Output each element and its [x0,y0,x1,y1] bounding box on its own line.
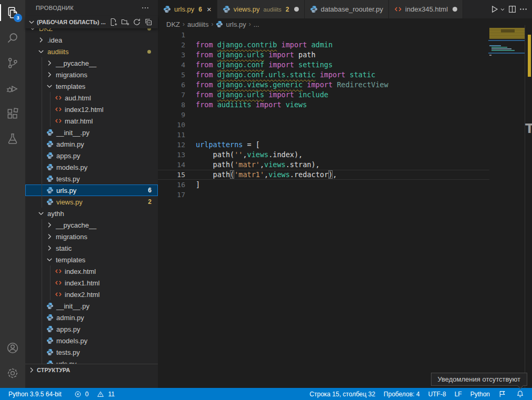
outline-section-header[interactable]: СТРУКТУРА [25,364,158,376]
tree-item-aythh[interactable]: aythh [25,208,158,219]
activity-bar-item-extensions[interactable] [0,101,25,126]
tree-item-matr-html[interactable]: matr.html [25,115,158,127]
tree-item-urls-py[interactable]: urls.py6 [25,184,158,196]
tree-item-tests-py[interactable]: tests.py [25,346,158,358]
code-token: 'matr' [234,160,260,169]
tree-item-views-py[interactable]: views.py2 [25,196,158,208]
more-actions-icon[interactable] [519,5,528,14]
code-line-6[interactable]: 6from django.views.generic import Redire… [158,80,489,90]
bell-icon[interactable] [512,388,530,400]
tree-item-apps-py[interactable]: apps.py [25,150,158,161]
refresh-icon[interactable] [132,17,142,27]
close-icon[interactable]: × [207,5,212,13]
new-file-icon[interactable] [108,17,119,27]
tree-item-templates[interactable]: templates [25,254,158,265]
tree-item-tests-py[interactable]: tests.py [25,173,158,184]
code-line-13[interactable]: 13 path('',views.index), [158,150,489,160]
code-line-7[interactable]: 7from django.urls import include [158,90,489,100]
line-content: from audiiits import views [196,100,307,110]
language-mode[interactable]: Python [466,388,494,400]
tree-item-index12-html[interactable]: index12.html [25,104,158,115]
tree-item-audiiits[interactable]: audiiits [25,46,158,57]
tree-item-admin-py[interactable]: admin.py [25,312,158,323]
python-interpreter[interactable]: Python 3.9.5 64-bit [4,388,66,400]
tab-views-py[interactable]: views.pyaudiiits2 [217,0,305,18]
tab-index345-html[interactable]: index345.html [389,0,463,18]
tree-item-models-py[interactable]: models.py [25,335,158,346]
tree-item-dkz[interactable]: DKZ [25,28,158,34]
tree-item-models-py[interactable]: models.py [25,161,158,173]
tree-item-label: views.py [56,198,83,206]
modified-dot-icon[interactable] [453,7,457,12]
code-line-9[interactable]: 9 [158,110,489,120]
code-line-8[interactable]: 8from audiiits import views [158,100,489,110]
tree-item-index1-html[interactable]: index1.html [25,277,158,289]
breadcrumb-item--[interactable]: ... [254,20,259,28]
feedback-icon[interactable] [494,388,512,400]
minimap-line [488,53,525,54]
code-line-4[interactable]: 4from django.conf import settings [158,60,489,70]
new-folder-icon[interactable] [120,17,131,27]
collapse-all-icon[interactable] [143,17,154,27]
indentation[interactable]: Пробелов: 4 [379,388,424,400]
code-line-17[interactable]: 17 [158,190,489,200]
minimap-line [488,40,525,41]
tree-item--init-py[interactable]: __init__.py [25,127,158,138]
chevron-down-icon[interactable] [501,6,506,13]
code-line-1[interactable]: 1 [158,30,489,40]
tree-item--idea[interactable]: .idea [25,34,158,46]
code-line-3[interactable]: 3from django.urls import path [158,50,489,60]
tree-item--pycache-[interactable]: __pycache__ [25,219,158,231]
more-actions-icon[interactable] [140,3,150,13]
code-token: 'matr1' [234,170,264,179]
tab-database-roouter-py[interactable]: database_roouter.py [305,0,389,18]
activity-bar-item-settings-gear[interactable] [0,361,25,386]
code-line-16[interactable]: 16] [158,180,489,190]
breadcrumb-item-dkz[interactable]: DKZ [166,20,180,28]
indent-guide [42,104,42,115]
split-editor-icon[interactable] [508,5,517,14]
workspace-section-header[interactable]: (РАБОЧАЯ ОБЛАСТЬ) ... [25,16,158,28]
activity-bar-item-search[interactable] [0,25,25,50]
tab-urls-py[interactable]: urls.py6× [158,0,217,18]
problems-status[interactable]: 011 [66,388,119,400]
activity-bar-item-files[interactable]: 3 [0,0,25,25]
sidebar-title: ПРОВОДНИК [36,5,74,11]
tree-item-index-html[interactable]: index.html [25,265,158,277]
tree-item-migrations[interactable]: migrations [25,69,158,80]
run-icon[interactable] [490,5,499,14]
breadcrumb-item-audiiits[interactable]: audiiits [187,20,208,28]
cursor-position[interactable]: Строка 15, столбец 32 [305,388,379,400]
tree-item-migrations[interactable]: migrations [25,231,158,242]
code-line-12[interactable]: 12urlpatterns = [ [158,140,489,150]
breadcrumb-item-urls-py[interactable]: urls.py [216,20,246,28]
tree-item--init-py[interactable]: __init__.py [25,300,158,312]
activity-bar-item-source-control[interactable] [0,50,25,76]
eol[interactable]: LF [450,388,466,400]
tree-item-index2-html[interactable]: index2.html [25,289,158,300]
code-line-15[interactable]: 15 path('matr1',views.redactor), [158,170,489,180]
code-line-14[interactable]: 14 path('matr',views.stran), [158,160,489,170]
activity-bar-item-testing[interactable] [0,126,25,151]
code-line-2[interactable]: 2from django.contrib import admin [158,40,489,50]
tree-item-apps-py[interactable]: apps.py [25,323,158,335]
run-debug-icon [6,81,19,95]
tree-item-templates[interactable]: templates [25,80,158,92]
tree-item-label: __pycache__ [56,59,96,67]
python-icon [45,186,54,194]
tree-item--pycache-[interactable]: __pycache__ [25,57,158,69]
tree-item-aud-html[interactable]: aud.html [25,92,158,104]
code-editor[interactable]: 1 2from django.contrib import admin3from… [158,30,489,200]
minimap[interactable] [489,25,525,388]
activity-bar-item-run-debug[interactable] [0,76,25,101]
html-icon [394,5,402,13]
tree-item-admin-py[interactable]: admin.py [25,138,158,150]
activity-bar-item-account[interactable] [0,335,25,361]
code-line-11[interactable]: 11 [158,130,489,140]
indent-guide [42,219,42,231]
code-line-5[interactable]: 5from django.conf.urls.static import sta… [158,70,489,80]
encoding[interactable]: UTF-8 [424,388,450,400]
tree-item-static[interactable]: static [25,242,158,254]
code-line-10[interactable]: 10 [158,120,489,130]
modified-dot-icon[interactable] [294,7,299,12]
